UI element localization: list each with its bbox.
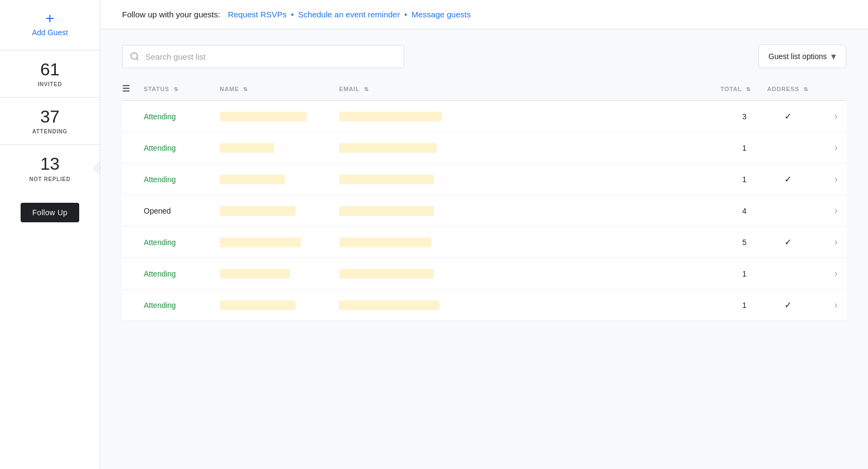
address-sort-icon: ⇅: [803, 86, 808, 92]
status-sort-icon: ⇅: [174, 86, 178, 92]
address-checkmark: ✓: [784, 175, 792, 184]
row-name: Elizabeth Lee: [220, 164, 339, 195]
row-filter-cell: [122, 101, 144, 132]
row-detail-arrow[interactable]: ›: [825, 132, 846, 164]
row-total: 5: [705, 227, 760, 258]
toolbar: Guest list options ▾: [100, 29, 868, 77]
row-address: [760, 195, 825, 227]
row-filter-cell: [122, 227, 144, 258]
table-row[interactable]: Attending John Kim johnkim05@gmail.com 1…: [122, 132, 846, 164]
message-guests-link[interactable]: Message guests: [411, 10, 470, 19]
col-total-header[interactable]: TOTAL ⇅: [705, 77, 760, 101]
address-checkmark: ✓: [784, 300, 792, 310]
not-replied-count: 13: [40, 155, 60, 174]
row-email: johnkim05@gmail.com: [339, 132, 705, 164]
col-email-header[interactable]: EMAIL ⇅: [339, 77, 705, 101]
followup-banner: Follow up with your guests: Request RSVP…: [100, 0, 868, 29]
plus-icon: +: [46, 11, 54, 26]
address-checkmark: ✓: [784, 237, 792, 247]
row-filter-cell: [122, 195, 144, 227]
svg-line-1: [136, 58, 138, 60]
table-row[interactable]: Opened Jennifer Wu Fan jeanhilee@gmail.c…: [122, 195, 846, 227]
sidebar: + Add Guest 61 INVITED 37 ATTENDING 13 N…: [0, 0, 100, 469]
col-filter-header: ☰: [122, 77, 144, 101]
row-detail-arrow[interactable]: ›: [825, 290, 846, 321]
table-header-row: ☰ STATUS ⇅ NAME ⇅ EMAIL ⇅ TOTAL ⇅: [122, 77, 846, 101]
row-name: Cassie Carpenteri: [220, 227, 339, 258]
col-status-header[interactable]: STATUS ⇅: [144, 77, 220, 101]
add-guest-label: Add Guest: [32, 28, 68, 37]
row-email: elizarni@gmail.com: [339, 164, 705, 195]
invited-count: 61: [40, 60, 60, 79]
row-status: Attending: [144, 290, 220, 321]
row-name: Olivia Knowles: [220, 258, 339, 290]
attending-stat[interactable]: 37 ATTENDING: [0, 97, 100, 144]
col-address-header[interactable]: ADDRESS ⇅: [760, 77, 825, 101]
row-total: 3: [705, 101, 760, 132]
row-email: mikefamily@gmail.com: [339, 101, 705, 132]
schedule-reminder-link[interactable]: Schedule an event reminder: [298, 10, 400, 19]
table-row[interactable]: Attending Olivia Knowles liknoll60@gmail…: [122, 258, 846, 290]
row-detail-arrow[interactable]: ›: [825, 195, 846, 227]
row-address: ✓: [760, 227, 825, 258]
not-replied-label: NOT REPLIED: [29, 176, 71, 182]
invited-stat[interactable]: 61 INVITED: [0, 50, 100, 97]
table-row[interactable]: Attending Elizabeth Lee elizarni@gmail.c…: [122, 164, 846, 195]
row-filter-cell: [122, 164, 144, 195]
row-status: Attending: [144, 101, 220, 132]
row-total: 1: [705, 258, 760, 290]
col-arrow-header: [825, 77, 846, 101]
row-total: 1: [705, 132, 760, 164]
guest-list-options-button[interactable]: Guest list options ▾: [758, 44, 846, 68]
row-detail-arrow[interactable]: ›: [825, 164, 846, 195]
address-checkmark: ✓: [784, 112, 792, 121]
table-row[interactable]: Attending Mike Chu & Family mikefamily@g…: [122, 101, 846, 132]
follow-up-button[interactable]: Follow Up: [21, 203, 80, 222]
row-status: Attending: [144, 164, 220, 195]
row-detail-arrow[interactable]: ›: [825, 227, 846, 258]
row-status: Attending: [144, 258, 220, 290]
row-detail-arrow[interactable]: ›: [825, 101, 846, 132]
table-row[interactable]: Attending Cassie Carpenteri carp1994@yah…: [122, 227, 846, 258]
row-address: [760, 258, 825, 290]
row-total: 4: [705, 195, 760, 227]
row-name: Mike Chu & Family: [220, 101, 339, 132]
dot-separator-2: •: [404, 10, 407, 19]
row-total: 1: [705, 164, 760, 195]
guest-table: ☰ STATUS ⇅ NAME ⇅ EMAIL ⇅ TOTAL ⇅: [122, 77, 846, 321]
row-email: kathy.lin79@gmail.com: [339, 290, 705, 321]
search-icon: [130, 52, 139, 61]
row-detail-arrow[interactable]: ›: [825, 258, 846, 290]
row-email: carp1994@yahoo.com: [339, 227, 705, 258]
row-total: 1: [705, 290, 760, 321]
row-status: Attending: [144, 227, 220, 258]
row-address: ✓: [760, 290, 825, 321]
filter-icon[interactable]: ☰: [122, 84, 130, 93]
guest-table-container: ☰ STATUS ⇅ NAME ⇅ EMAIL ⇅ TOTAL ⇅: [100, 77, 868, 469]
row-email: liknoll60@gmail.com: [339, 258, 705, 290]
dot-separator-1: •: [291, 10, 293, 19]
add-guest-button[interactable]: + Add Guest: [32, 11, 68, 37]
table-row[interactable]: Attending Kathy Chan & Fam kathy.lin79@g…: [122, 290, 846, 321]
attending-label: ATTENDING: [33, 129, 68, 134]
search-wrapper: [122, 45, 404, 68]
row-status: Attending: [144, 132, 220, 164]
email-sort-icon: ⇅: [364, 86, 369, 92]
options-label: Guest list options: [769, 52, 827, 61]
row-filter-cell: [122, 290, 144, 321]
not-replied-stat[interactable]: 13 NOT REPLIED: [0, 144, 100, 191]
row-email: jeanhilee@gmail.com: [339, 195, 705, 227]
invited-label: INVITED: [37, 81, 62, 87]
search-input[interactable]: [122, 45, 404, 68]
row-status: Opened: [144, 195, 220, 227]
row-filter-cell: [122, 132, 144, 164]
main-content: Follow up with your guests: Request RSVP…: [100, 0, 868, 469]
request-rsvps-link[interactable]: Request RSVPs: [228, 10, 286, 19]
row-name: John Kim: [220, 132, 339, 164]
row-filter-cell: [122, 258, 144, 290]
col-name-header[interactable]: NAME ⇅: [220, 77, 339, 101]
row-name: Jennifer Wu Fan: [220, 195, 339, 227]
row-address: [760, 132, 825, 164]
total-sort-icon: ⇅: [746, 86, 751, 92]
name-sort-icon: ⇅: [243, 86, 248, 92]
